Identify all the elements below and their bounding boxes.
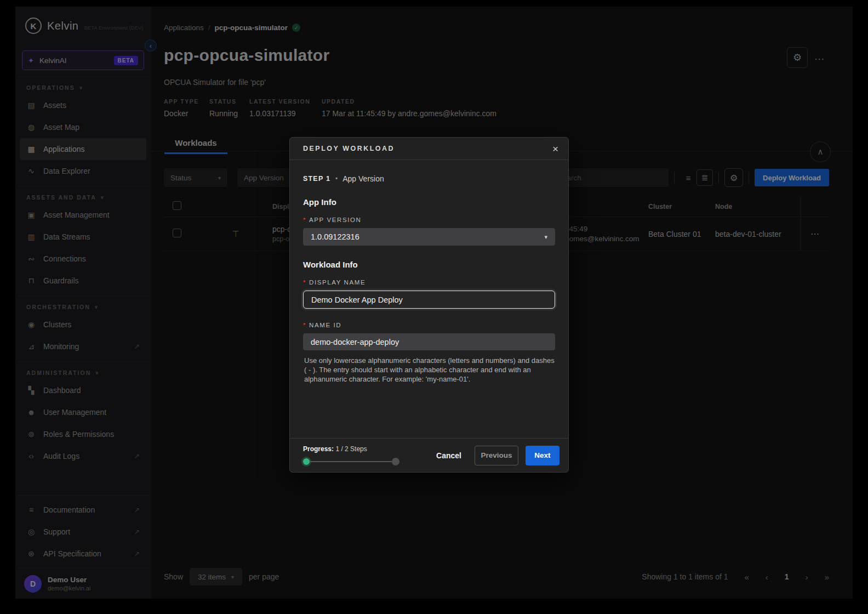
cancel-button[interactable]: Cancel	[431, 447, 467, 464]
progress-track	[310, 461, 392, 462]
display-name-input[interactable]	[303, 291, 555, 309]
display-name-field-label: * DISPLAY NAME	[303, 279, 555, 286]
progress-end-dot	[392, 458, 399, 465]
field-label-text: NAME ID	[309, 322, 341, 328]
workload-info-heading: Workload Info	[303, 260, 555, 269]
field-label-text: APP VERSION	[309, 217, 361, 223]
app-window: ‹ K Kelvin BETA Environment (DEV) ✦ Kelv…	[15, 7, 853, 599]
required-asterisk: *	[303, 279, 306, 286]
required-asterisk: *	[303, 217, 306, 223]
field-label-text: DISPLAY NAME	[309, 279, 366, 286]
progress-indicator: Progress: 1 / 2 Steps	[303, 445, 419, 465]
modal-body: STEP 1 • App Version App Info * APP VERS…	[290, 160, 568, 384]
progress-value: 1 / 2 Steps	[335, 445, 367, 453]
app-version-field-label: * APP VERSION	[303, 217, 555, 223]
step-label: STEP 1	[303, 175, 330, 183]
name-id-help-text: Use only lowercase alphanumeric characte…	[303, 356, 555, 384]
progress-label: Progress:	[303, 445, 334, 453]
next-button[interactable]: Next	[526, 446, 559, 465]
name-id-input[interactable]	[303, 333, 555, 350]
required-asterisk: *	[303, 322, 306, 328]
modal-footer: Progress: 1 / 2 Steps Cancel Previous Ne…	[290, 438, 568, 472]
chevron-down-icon: ▾	[544, 234, 547, 241]
step-name: App Version	[342, 174, 384, 183]
name-id-field-label: * NAME ID	[303, 322, 555, 328]
modal-title: DEPLOY WORKLOAD	[303, 145, 395, 152]
bullet-icon: •	[335, 175, 338, 183]
app-version-selected-value: 1.0.09122316	[311, 232, 359, 241]
app-info-heading: App Info	[303, 197, 555, 207]
modal-header: DEPLOY WORKLOAD ×	[290, 138, 568, 160]
previous-button[interactable]: Previous	[475, 446, 518, 465]
progress-slider	[303, 458, 399, 465]
progress-current-dot	[303, 458, 310, 465]
close-icon[interactable]: ×	[552, 144, 558, 154]
app-version-select[interactable]: 1.0.09122316 ▾	[303, 228, 555, 246]
deploy-workload-modal: DEPLOY WORKLOAD × STEP 1 • App Version A…	[289, 137, 569, 473]
step-indicator: STEP 1 • App Version	[303, 174, 555, 183]
